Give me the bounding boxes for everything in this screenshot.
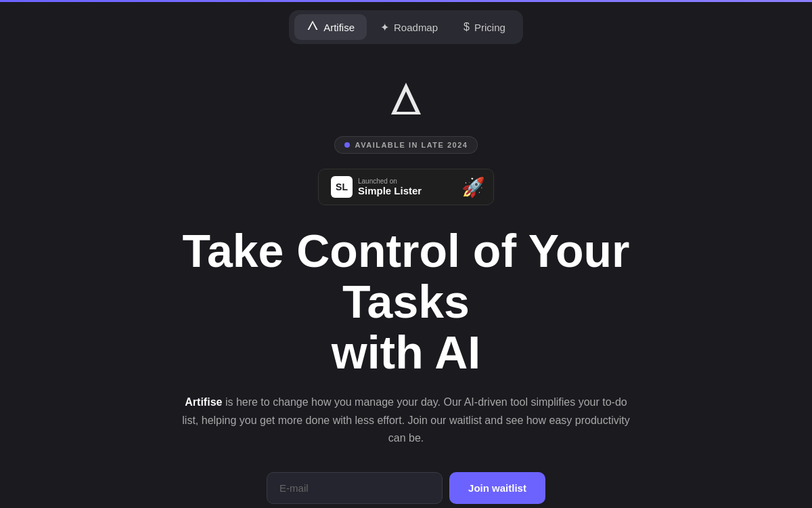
logo-container xyxy=(386,79,426,123)
nav-brand[interactable]: Artifise xyxy=(294,14,367,40)
available-text: AVAILABLE IN LATE 2024 xyxy=(355,141,468,149)
main-nav: Artifise ✦ Roadmap $ Pricing xyxy=(0,2,812,52)
main-content: AVAILABLE IN LATE 2024 SL Launched on Si… xyxy=(0,52,812,508)
nav-roadmap-label: Roadmap xyxy=(394,22,438,33)
nav-item-pricing[interactable]: $ Pricing xyxy=(451,16,518,39)
sl-launched-text: Launched on xyxy=(358,177,422,185)
brand-label: Artifise xyxy=(323,22,355,33)
brand-emphasis: Artifise xyxy=(185,396,222,408)
simple-lister-badge[interactable]: SL Launched on Simple Lister 🚀 xyxy=(318,169,494,205)
heading-line1: Take Control of Your Tasks xyxy=(182,225,629,327)
sl-logo: SL Launched on Simple Lister xyxy=(331,176,422,198)
roadmap-icon: ✦ xyxy=(380,21,389,34)
logo-icon xyxy=(386,79,426,120)
rocket-icon: 🚀 xyxy=(461,176,485,198)
badge-dot xyxy=(344,142,350,148)
sl-icon: SL xyxy=(331,176,353,198)
email-form: Join waitlist xyxy=(267,472,545,504)
hero-heading: Take Control of Your Tasks with AI xyxy=(142,226,670,377)
join-waitlist-button[interactable]: Join waitlist xyxy=(449,472,545,504)
nav-pill: Artifise ✦ Roadmap $ Pricing xyxy=(289,10,523,44)
pricing-icon: $ xyxy=(464,21,470,33)
sl-name-text: Simple Lister xyxy=(358,185,422,196)
nav-pricing-label: Pricing xyxy=(474,22,505,33)
email-input[interactable] xyxy=(267,472,443,504)
available-badge: AVAILABLE IN LATE 2024 xyxy=(334,136,478,154)
heading-line2: with AI xyxy=(332,326,480,378)
nav-item-roadmap[interactable]: ✦ Roadmap xyxy=(368,16,450,39)
hero-description: Artifise is here to change how you manag… xyxy=(176,394,636,447)
brand-icon xyxy=(307,20,319,35)
sl-text: Launched on Simple Lister xyxy=(358,177,422,196)
description-body: is here to change how you manage your da… xyxy=(182,396,629,444)
